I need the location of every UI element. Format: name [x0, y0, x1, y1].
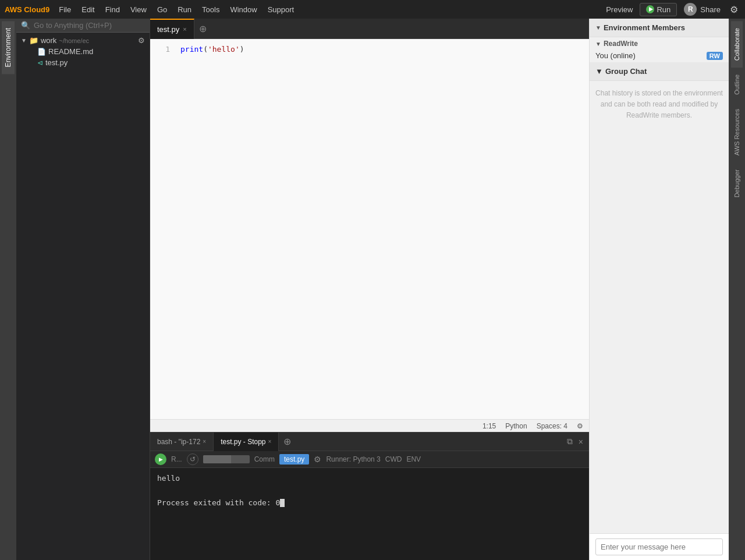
- file-readme[interactable]: 📄 README.md: [16, 46, 150, 57]
- terminal-close-icon[interactable]: ×: [577, 436, 584, 448]
- terminal-cursor: [280, 499, 285, 507]
- env-members-label: Environment Members: [604, 23, 685, 32]
- folder-path: ~/home/ec: [59, 37, 89, 44]
- terminal-tab-testpy[interactable]: test.py - Stopp ×: [214, 433, 279, 451]
- right-panel: ▼ Environment Members ▼ ReadWrite You (o…: [589, 19, 729, 560]
- preview-button[interactable]: Preview: [600, 3, 638, 16]
- terminal-maximize-icon[interactable]: ⧉: [566, 435, 574, 448]
- menu-window[interactable]: Window: [225, 3, 261, 16]
- settings-icon[interactable]: ⚙: [728, 2, 740, 17]
- share-button[interactable]: R Share: [678, 1, 726, 17]
- folder-work[interactable]: ▼ 📁 work ~/home/ec ⚙: [16, 35, 150, 46]
- menu-find[interactable]: Find: [101, 3, 125, 16]
- menu-tools[interactable]: Tools: [197, 3, 224, 16]
- tab-testpy[interactable]: test.py ×: [150, 19, 194, 39]
- terminal-toolbar: R... Comm test.py ⚙ Runner: Python 3 CWD…: [150, 451, 589, 468]
- file-testpy[interactable]: ⊲ test.py: [16, 57, 150, 68]
- terminal-command-label: Comm: [254, 455, 275, 463]
- sidebar-tab-outline[interactable]: Outline: [731, 68, 743, 102]
- file-testpy-name: test.py: [45, 58, 68, 67]
- member-you-label: You (online): [595, 51, 636, 60]
- bash-tab-close[interactable]: ×: [203, 438, 206, 445]
- bash-tab-label: bash - "ip-172: [157, 438, 200, 446]
- editor-content[interactable]: 1 print('hello'): [150, 39, 589, 419]
- terminal-run-label: R...: [171, 455, 182, 463]
- cursor-position: 1:15: [483, 422, 496, 430]
- menu-support[interactable]: Support: [263, 3, 299, 16]
- folder-icon: 📁: [29, 36, 38, 45]
- group-chat-header[interactable]: ▼ Group Chat: [590, 62, 729, 81]
- env-members-header[interactable]: ▼ Environment Members: [590, 19, 729, 37]
- chat-input[interactable]: [595, 538, 723, 555]
- code-paren-open: (: [203, 45, 208, 54]
- testpy-tab-close[interactable]: ×: [268, 438, 272, 445]
- testpy-icon: ⊲: [37, 59, 43, 67]
- editor-top: test.py × ⊕ 1 print('hello') 1:15 Python: [150, 19, 589, 432]
- file-tree-panel: 🔍 ▼ 📁 work ~/home/ec ⚙ 📄 README.md: [16, 19, 150, 560]
- terminal-area: bash - "ip-172 × test.py - Stopp × ⊕ ⧉ ×: [150, 432, 589, 560]
- menu-view[interactable]: View: [126, 3, 151, 16]
- tab-label-testpy: test.py: [157, 25, 179, 34]
- folder-name: work: [41, 36, 56, 45]
- sidebar-tab-collaborate[interactable]: Collaborate: [731, 21, 743, 68]
- member-row-you: You (online) RW: [590, 49, 729, 62]
- rw-badge: RW: [707, 52, 723, 60]
- readwrite-label: ReadWrite: [604, 40, 638, 48]
- menu-go[interactable]: Go: [152, 3, 172, 16]
- left-sidebar: Environment: [0, 19, 16, 560]
- terminal-runner-label: Runner: Python 3: [326, 455, 380, 463]
- right-vert-sidebar: Collaborate Outline AWS Resources Debugg…: [729, 19, 745, 560]
- sidebar-tab-environment[interactable]: Environment: [2, 21, 15, 74]
- editor-tab-bar: test.py × ⊕: [150, 19, 589, 39]
- code-area[interactable]: print('hello'): [178, 39, 589, 419]
- menu-file[interactable]: File: [54, 3, 76, 16]
- terminal-controls: ⧉ ×: [566, 435, 589, 448]
- add-tab-button[interactable]: ⊕: [194, 23, 211, 34]
- preview-label: Preview: [606, 5, 633, 14]
- terminal-run-button[interactable]: [155, 453, 166, 465]
- status-settings-icon[interactable]: ⚙: [577, 422, 583, 430]
- readwrite-header[interactable]: ▼ ReadWrite: [590, 37, 729, 49]
- terminal-cwd-label: CWD: [385, 455, 402, 463]
- chat-hint-text: Chat history is stored on the environmen…: [595, 88, 723, 122]
- search-icon: 🔍: [21, 21, 30, 30]
- terminal-env-label: ENV: [406, 455, 421, 463]
- sidebar-tab-aws-resources[interactable]: AWS Resources: [731, 102, 743, 162]
- run-icon: [646, 5, 654, 13]
- language-label: Python: [505, 422, 527, 430]
- terminal-tab-bash[interactable]: bash - "ip-172 ×: [150, 433, 214, 451]
- chat-body: Chat history is stored on the environmen…: [590, 81, 729, 533]
- group-chat-arrow: ▼: [595, 67, 603, 76]
- editor-and-terminal: test.py × ⊕ 1 print('hello') 1:15 Python: [150, 19, 589, 560]
- menu-run[interactable]: Run: [173, 3, 196, 16]
- terminal-output-hello: hello: [157, 473, 582, 485]
- terminal-stop-button[interactable]: [187, 453, 198, 465]
- line-numbers: 1: [150, 39, 173, 60]
- sidebar-tab-debugger[interactable]: Debugger: [731, 162, 743, 204]
- readme-icon: 📄: [37, 48, 46, 56]
- file-tree-search-bar[interactable]: 🔍: [16, 19, 150, 33]
- search-input[interactable]: [34, 21, 145, 30]
- file-readme-name: README.md: [48, 47, 93, 56]
- terminal-file-label[interactable]: test.py: [279, 454, 309, 465]
- folder-settings-icon[interactable]: ⚙: [138, 36, 145, 45]
- spaces-label: Spaces: 4: [537, 422, 567, 430]
- testpy-tab-label: test.py - Stopp: [221, 438, 265, 446]
- group-chat-label: Group Chat: [605, 67, 647, 76]
- terminal-exit-msg: Process exited with code: 0: [157, 497, 582, 509]
- file-tree-content: ▼ 📁 work ~/home/ec ⚙ 📄 README.md ⊲ test.…: [16, 33, 150, 560]
- avatar: R: [684, 3, 697, 16]
- menu-edit[interactable]: Edit: [77, 3, 99, 16]
- env-members-arrow: ▼: [595, 24, 601, 31]
- app-logo: AWS Cloud9: [5, 5, 49, 14]
- menu-bar: AWS Cloud9 File Edit Find View Go Run To…: [0, 0, 745, 19]
- progress-bar: [203, 455, 250, 463]
- run-button[interactable]: Run: [640, 3, 677, 16]
- add-terminal-button[interactable]: ⊕: [279, 436, 296, 447]
- code-keyword: print: [180, 45, 203, 54]
- terminal-tab-bar: bash - "ip-172 × test.py - Stopp × ⊕ ⧉ ×: [150, 433, 589, 451]
- tab-close-icon[interactable]: ×: [183, 26, 186, 33]
- editor-status-bar: 1:15 Python Spaces: 4 ⚙: [150, 419, 589, 432]
- terminal-settings-icon[interactable]: ⚙: [314, 455, 321, 464]
- readwrite-arrow: ▼: [595, 41, 601, 47]
